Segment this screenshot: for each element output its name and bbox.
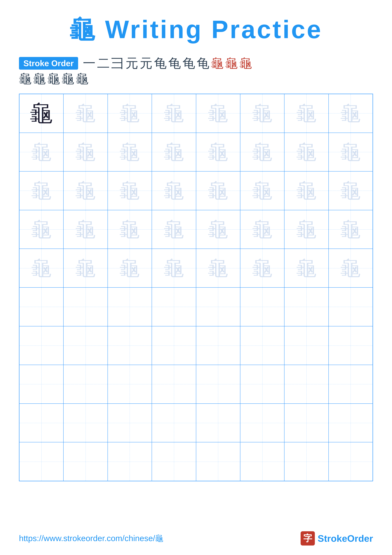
grid-cell[interactable]: 龜 [240,133,284,171]
grid-cell[interactable]: 龜 [152,94,196,133]
grid-cell[interactable]: 龜 [108,249,152,287]
grid-cell[interactable]: 龜 [19,133,64,171]
grid-cell[interactable]: 龜 [196,249,240,287]
grid-cell[interactable]: 龜 [328,94,373,133]
grid-cell[interactable]: 龜 [19,210,64,249]
grid-cell[interactable]: 龜 [108,171,152,210]
grid-cell[interactable]: 龜 [152,249,196,287]
grid-cell[interactable] [19,365,64,404]
grid-cell[interactable] [196,404,240,442]
practice-char: 龜 [119,180,140,201]
grid-cell[interactable] [64,442,107,481]
grid-cell[interactable] [240,442,284,481]
grid-cell[interactable] [284,326,328,365]
grid-cell[interactable] [328,442,373,481]
grid-cell[interactable]: 龜 [108,133,152,171]
grid-cell[interactable]: 龜 [108,210,152,249]
grid-cell[interactable]: 龜 [196,94,240,133]
grid-cell[interactable] [19,442,64,481]
grid-cell[interactable] [328,326,373,365]
logo-icon: 字 [301,531,315,546]
grid-cell[interactable]: 龜 [19,171,64,210]
grid-cell[interactable] [152,365,196,404]
grid-cell[interactable] [284,365,328,404]
practice-char: 龜 [164,258,184,278]
grid-cell[interactable]: 龜 [284,249,328,287]
grid-cell[interactable]: 龜 [328,249,373,287]
grid-cell[interactable]: 龜 [284,171,328,210]
grid-cell[interactable] [108,326,152,365]
grid-cell[interactable] [328,404,373,442]
grid-cell[interactable]: 龜 [284,210,328,249]
grid-cell[interactable] [152,287,196,326]
grid-cell[interactable] [152,442,196,481]
footer-url[interactable]: https://www.strokeorder.com/chinese/龜 [19,533,163,544]
grid-cell[interactable]: 龜 [328,171,373,210]
grid-cell[interactable] [19,404,64,442]
grid-cell[interactable]: 龜 [196,171,240,210]
grid-cell[interactable] [64,326,107,365]
grid-cell[interactable] [108,365,152,404]
stroke-14: 龜 [33,72,46,86]
grid-cell[interactable]: 龜 [196,210,240,249]
grid-cell[interactable] [64,404,107,442]
stroke-order-row-2: 龜 龜 龜 龜 龜 [19,72,373,86]
stroke-10: 龜 [211,56,224,70]
footer: https://www.strokeorder.com/chinese/龜 字 … [19,531,373,546]
grid-cell[interactable]: 龜 [240,171,284,210]
grid-cell[interactable] [196,365,240,404]
practice-char: 龜 [164,103,184,124]
grid-cell[interactable]: 龜 [19,249,64,287]
grid-cell[interactable]: 龜 [64,210,107,249]
grid-cell[interactable] [64,287,107,326]
grid-cell[interactable]: 龜 [152,133,196,171]
grid-cell[interactable]: 龜 [19,94,64,133]
grid-cell[interactable]: 龜 [64,94,107,133]
grid-cell[interactable]: 龜 [240,210,284,249]
practice-char: 龜 [31,142,52,162]
grid-cell[interactable] [284,404,328,442]
grid-cell[interactable] [152,404,196,442]
stroke-13: 龜 [19,72,32,86]
grid-cell[interactable] [108,442,152,481]
practice-char: 龜 [31,180,52,201]
stroke-7: 龟 [168,56,181,70]
grid-cell[interactable]: 龜 [64,171,107,210]
grid-cell[interactable] [19,326,64,365]
grid-cell[interactable] [284,442,328,481]
grid-cell[interactable] [196,287,240,326]
stroke-4: 元 [126,56,138,70]
grid-cell[interactable] [328,365,373,404]
practice-char: 龜 [252,219,273,240]
grid-cell[interactable]: 龜 [64,249,107,287]
grid-cell[interactable] [19,287,64,326]
grid-cell[interactable] [64,365,107,404]
grid-cell[interactable] [196,442,240,481]
page: 龜 Writing Practice Stroke Order 一 二 彐 元 … [0,0,392,555]
grid-cell[interactable] [240,287,284,326]
grid-cell[interactable]: 龜 [152,210,196,249]
grid-cell[interactable]: 龜 [328,210,373,249]
grid-cell[interactable]: 龜 [284,133,328,171]
grid-cell[interactable] [240,365,284,404]
grid-cell[interactable]: 龜 [240,94,284,133]
practice-char: 龜 [340,180,361,201]
practice-char: 龜 [208,103,228,124]
stroke-order-row-1: Stroke Order 一 二 彐 元 元 龟 龟 龟 龟 龜 龜 龜 [19,56,373,70]
stroke-5: 元 [140,56,152,70]
grid-cell[interactable] [108,287,152,326]
grid-cell[interactable]: 龜 [108,94,152,133]
grid-cell[interactable] [240,326,284,365]
grid-cell[interactable] [152,326,196,365]
grid-cell[interactable] [328,287,373,326]
grid-cell[interactable]: 龜 [240,249,284,287]
grid-cell[interactable] [196,326,240,365]
grid-cell[interactable]: 龜 [152,171,196,210]
grid-cell[interactable]: 龜 [196,133,240,171]
grid-cell[interactable] [108,404,152,442]
grid-cell[interactable] [240,404,284,442]
grid-cell[interactable]: 龜 [64,133,107,171]
grid-cell[interactable]: 龜 [328,133,373,171]
grid-cell[interactable]: 龜 [284,94,328,133]
grid-cell[interactable] [284,287,328,326]
